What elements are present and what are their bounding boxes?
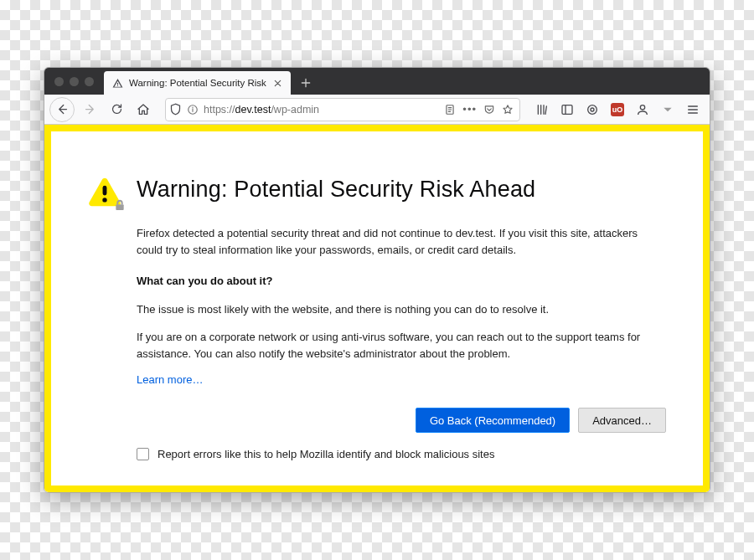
browser-window: Warning: Potential Security Risk	[44, 67, 710, 493]
warning-triangle-icon	[112, 78, 123, 89]
profile-icon[interactable]	[631, 98, 654, 121]
warning-p2: If you are on a corporate network or usi…	[137, 329, 666, 362]
report-label: Report errors like this to help Mozilla …	[158, 448, 494, 460]
svg-point-4	[591, 108, 594, 111]
report-checkbox[interactable]	[137, 448, 149, 460]
svg-point-5	[640, 105, 644, 109]
nav-toolbar: https://dev.test/wp-admin •••	[44, 95, 710, 125]
forward-button	[78, 98, 101, 121]
warning-subhead: What can you do about it?	[137, 273, 666, 290]
page-viewport: Warning: Potential Security Risk Ahead F…	[44, 125, 710, 492]
tab-close-button[interactable]	[272, 77, 284, 89]
library-icon[interactable]	[530, 98, 554, 121]
window-minimize-dot[interactable]	[70, 77, 79, 86]
advanced-button[interactable]: Advanced…	[578, 408, 666, 433]
url-text: https://dev.test/wp-admin	[204, 104, 439, 116]
svg-rect-2	[562, 105, 572, 114]
warning-triangle-icon	[88, 177, 121, 207]
hamburger-menu-icon[interactable]	[681, 98, 705, 121]
lock-icon	[113, 198, 127, 212]
svg-rect-8	[116, 204, 123, 210]
sync-icon[interactable]	[581, 98, 604, 121]
warning-p1: The issue is most likely with the websit…	[137, 301, 666, 318]
tracking-shield-icon[interactable]	[169, 103, 182, 116]
reload-button[interactable]	[105, 98, 128, 121]
ublock-icon[interactable]: uO	[606, 98, 629, 121]
go-back-button[interactable]: Go Back (Recommended)	[416, 408, 570, 433]
page-actions-icon[interactable]: •••	[462, 103, 477, 116]
tab-strip: Warning: Potential Security Risk	[44, 68, 710, 95]
window-controls	[51, 68, 99, 95]
browser-tab[interactable]: Warning: Potential Security Risk	[104, 71, 291, 95]
overflow-chevron-icon[interactable]	[656, 98, 679, 121]
svg-point-7	[102, 198, 106, 202]
security-warning-page: Warning: Potential Security Risk Ahead F…	[51, 131, 703, 486]
sidebar-toggle-icon[interactable]	[555, 98, 579, 121]
new-tab-button[interactable]	[294, 71, 318, 95]
window-close-dot[interactable]	[54, 77, 64, 86]
bookmark-star-icon[interactable]	[502, 104, 514, 116]
reader-mode-icon[interactable]	[444, 104, 456, 116]
learn-more-link[interactable]: Learn more…	[137, 373, 203, 386]
home-button[interactable]	[132, 98, 155, 121]
window-zoom-dot[interactable]	[85, 77, 94, 86]
site-info-icon[interactable]	[187, 104, 199, 116]
svg-rect-6	[103, 186, 107, 196]
warning-heading: Warning: Potential Security Risk Ahead	[137, 177, 535, 203]
back-button[interactable]	[49, 97, 75, 122]
tab-title: Warning: Potential Security Risk	[129, 78, 266, 88]
svg-point-3	[588, 105, 597, 114]
pocket-icon[interactable]	[483, 104, 495, 116]
address-bar[interactable]: https://dev.test/wp-admin •••	[165, 98, 520, 121]
warning-intro: Firefox detected a potential security th…	[137, 225, 666, 258]
